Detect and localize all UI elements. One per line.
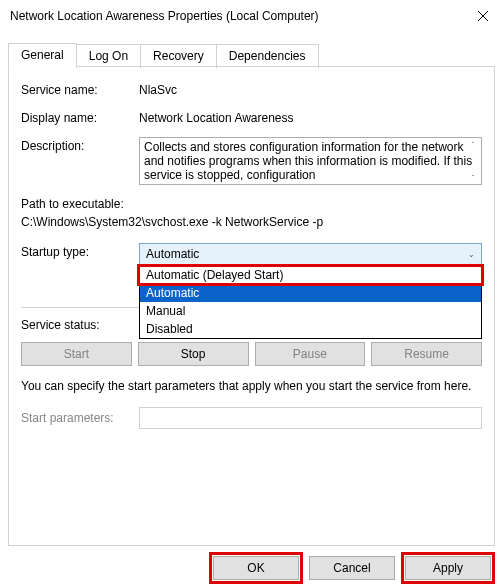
close-icon [478, 11, 488, 21]
window-title: Network Location Awareness Properties (L… [10, 9, 319, 23]
stop-button[interactable]: Stop [138, 342, 249, 366]
tab-strip: General Log On Recovery Dependencies [8, 42, 495, 66]
titlebar: Network Location Awareness Properties (L… [0, 0, 503, 32]
path-value: C:\Windows\System32\svchost.exe -k Netwo… [21, 215, 482, 229]
apply-button[interactable]: Apply [405, 556, 491, 580]
startup-option-delayed[interactable]: Automatic (Delayed Start) [140, 266, 481, 284]
start-parameters-input [139, 407, 482, 429]
startup-type-label: Startup type: [21, 243, 139, 259]
hint-text: You can specify the start parameters tha… [21, 378, 482, 395]
pause-button: Pause [255, 342, 366, 366]
scroll-up-icon[interactable]: ˆ [467, 140, 479, 149]
startup-option-manual[interactable]: Manual [140, 302, 481, 320]
tab-panel: Service name: NlaSvc Display name: Netwo… [8, 66, 495, 546]
startup-type-selected: Automatic [146, 247, 199, 261]
chevron-down-icon: ⌄ [468, 250, 475, 259]
startup-type-listbox[interactable]: Automatic (Delayed Start) Automatic Manu… [139, 265, 482, 339]
ok-button[interactable]: OK [213, 556, 299, 580]
startup-option-automatic[interactable]: Automatic [140, 284, 481, 302]
tab-general[interactable]: General [8, 43, 77, 67]
tab-recovery[interactable]: Recovery [140, 44, 217, 68]
tab-dependencies[interactable]: Dependencies [216, 44, 319, 68]
path-label: Path to executable: [21, 197, 482, 211]
description-box[interactable]: Collects and stores configuration inform… [139, 137, 482, 185]
description-scrollbar[interactable]: ˆ ˇ [467, 140, 479, 182]
description-text: Collects and stores configuration inform… [144, 140, 472, 182]
startup-type-dropdown[interactable]: Automatic ⌄ [139, 243, 482, 265]
display-name-label: Display name: [21, 109, 139, 125]
tab-logon[interactable]: Log On [76, 44, 141, 68]
service-name-value: NlaSvc [139, 81, 482, 97]
scroll-down-icon[interactable]: ˇ [467, 173, 479, 182]
start-button: Start [21, 342, 132, 366]
display-name-value: Network Location Awareness [139, 109, 482, 125]
description-label: Description: [21, 137, 139, 153]
start-parameters-label: Start parameters: [21, 407, 139, 425]
service-name-label: Service name: [21, 81, 139, 97]
resume-button: Resume [371, 342, 482, 366]
service-status-label: Service status: [21, 316, 139, 332]
dialog-footer: OK Cancel Apply [0, 546, 503, 584]
close-button[interactable] [463, 0, 503, 32]
cancel-button[interactable]: Cancel [309, 556, 395, 580]
startup-option-disabled[interactable]: Disabled [140, 320, 481, 338]
